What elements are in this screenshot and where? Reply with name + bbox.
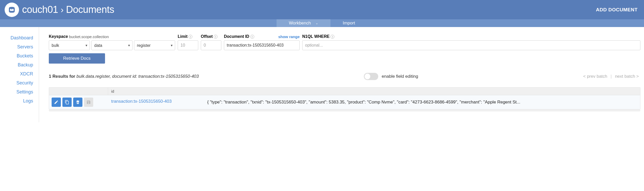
batch-nav: < prev batch | next batch > xyxy=(583,74,639,79)
show-range-link[interactable]: show range xyxy=(278,34,300,39)
th-actions xyxy=(49,88,108,95)
results-table: id transa xyxy=(49,87,640,109)
limit-input[interactable] xyxy=(178,40,198,50)
sidebar-item-security[interactable]: Security xyxy=(16,80,39,86)
results-summary: 1 Results for bulk.data.register, docume… xyxy=(49,74,199,79)
offset-field: Offset i xyxy=(201,34,221,50)
info-icon[interactable]: i xyxy=(250,35,254,39)
table-header: id xyxy=(49,88,640,95)
chevron-down-icon: ⌄ xyxy=(316,21,318,25)
docid-label: Document ID xyxy=(224,34,249,39)
scope-select[interactable]: data xyxy=(91,40,132,50)
horizontal-scrollbar[interactable] xyxy=(49,109,640,111)
limit-label: Limit xyxy=(178,34,187,39)
edit-button[interactable] xyxy=(52,98,61,107)
offset-input[interactable] xyxy=(201,40,221,50)
tab-label: Workbench xyxy=(289,21,311,26)
collection-select[interactable]: register xyxy=(134,40,175,50)
keyspace-hint: bucket.scope.collection xyxy=(69,34,109,39)
sidebar: Dashboard Servers Buckets Backup XDCR Se… xyxy=(0,27,39,122)
save-icon xyxy=(86,100,91,105)
sidebar-item-backup[interactable]: Backup xyxy=(18,62,39,68)
tab-import[interactable]: Import xyxy=(330,19,367,27)
info-icon[interactable]: i xyxy=(188,35,192,39)
sidebar-item-buckets[interactable]: Buckets xyxy=(17,53,39,59)
app-header: couch01 › Documents ADD DOCUMENT xyxy=(0,0,644,19)
th-id: id xyxy=(108,89,640,93)
info-icon[interactable]: i xyxy=(214,35,217,39)
cluster-name[interactable]: couch01 xyxy=(22,4,58,15)
tab-workbench[interactable]: Workbench ⌄ xyxy=(277,19,330,27)
couchbase-logo-icon xyxy=(5,3,19,17)
field-editing-toggle-group: enable field editing xyxy=(364,73,418,80)
copy-button[interactable] xyxy=(62,98,72,107)
content: Keyspace bucket.scope.collection bulk da… xyxy=(39,27,644,122)
sidebar-item-logs[interactable]: Logs xyxy=(23,98,39,104)
sidebar-item-dashboard[interactable]: Dashboard xyxy=(11,35,39,41)
docid-field: Document ID i show range xyxy=(224,34,300,50)
enable-field-editing-toggle[interactable] xyxy=(364,73,378,80)
toggle-label: enable field editing xyxy=(382,74,418,79)
copy-icon xyxy=(65,100,69,105)
offset-label: Offset xyxy=(201,34,213,39)
chevron-right-icon: › xyxy=(61,5,63,15)
prev-batch-link: < prev batch xyxy=(583,74,607,79)
info-icon[interactable]: i xyxy=(330,35,334,39)
tab-strip: Workbench ⌄ Import xyxy=(0,19,644,27)
tab-label: Import xyxy=(343,21,355,26)
bucket-select[interactable]: bulk xyxy=(49,40,90,50)
delete-button[interactable] xyxy=(73,98,82,107)
keyspace-field: Keyspace bucket.scope.collection bulk da… xyxy=(49,34,175,50)
pencil-icon xyxy=(54,100,59,105)
results-bar: 1 Results for bulk.data.register, docume… xyxy=(49,73,644,80)
retrieve-docs-button[interactable]: Retrieve Docs xyxy=(49,53,105,64)
next-batch-link: next batch > xyxy=(615,74,639,79)
main-layout: Dashboard Servers Buckets Backup XDCR Se… xyxy=(0,27,644,122)
where-input[interactable] xyxy=(302,40,640,50)
where-field: N1QL WHERE i xyxy=(302,34,640,50)
sidebar-item-servers[interactable]: Servers xyxy=(17,44,39,50)
td-id: transaction:tx-1505315650-403 xyxy=(108,97,206,104)
separator: | xyxy=(611,74,612,79)
sidebar-item-xdcr[interactable]: XDCR xyxy=(20,71,39,77)
limit-field: Limit i xyxy=(178,34,198,50)
header-left: couch01 › Documents xyxy=(5,3,114,17)
trash-icon xyxy=(75,100,80,105)
where-label: N1QL WHERE xyxy=(302,34,329,39)
table-row: transaction:tx-1505315650-403 { "type": … xyxy=(49,95,640,109)
document-id-link[interactable]: transaction:tx-1505315650-403 xyxy=(111,99,172,104)
td-content: { "type": "transaction", "txnid": "tx-15… xyxy=(206,97,640,108)
row-actions xyxy=(49,97,108,108)
keyspace-label: Keyspace xyxy=(49,34,68,39)
section-title: Documents xyxy=(66,4,114,15)
sidebar-item-settings[interactable]: Settings xyxy=(16,89,39,95)
save-button xyxy=(84,98,93,107)
filter-controls: Keyspace bucket.scope.collection bulk da… xyxy=(49,34,644,50)
docid-input[interactable] xyxy=(224,40,300,50)
breadcrumb: couch01 › Documents xyxy=(22,4,114,15)
add-document-button[interactable]: ADD DOCUMENT xyxy=(596,7,638,13)
